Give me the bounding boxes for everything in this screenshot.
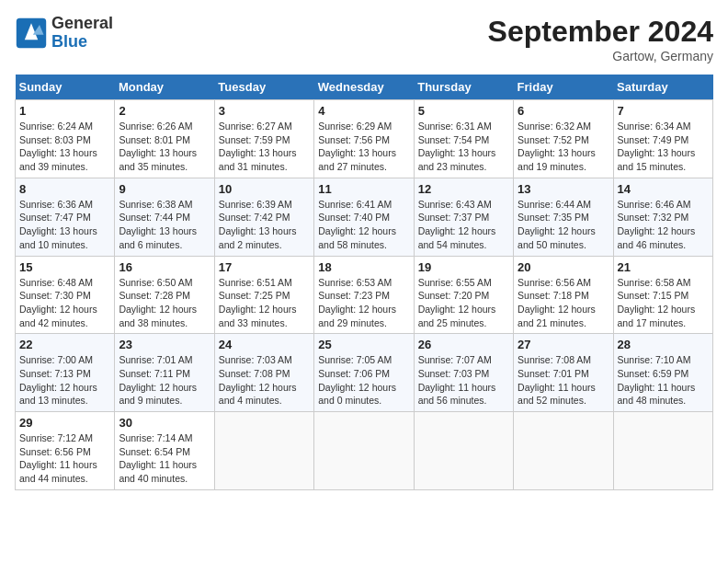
calendar-cell: 9 Sunrise: 6:38 AMSunset: 7:44 PMDayligh… — [115, 178, 214, 256]
day-info: Sunrise: 6:58 AMSunset: 7:15 PMDaylight:… — [618, 276, 709, 330]
calendar-cell: 29 Sunrise: 7:12 AMSunset: 6:56 PMDaylig… — [16, 412, 115, 490]
calendar-cell — [214, 412, 313, 490]
calendar-cell: 17 Sunrise: 6:51 AMSunset: 7:25 PMDaylig… — [214, 256, 313, 334]
calendar-cell: 10 Sunrise: 6:39 AMSunset: 7:42 PMDaylig… — [214, 178, 313, 256]
day-number: 26 — [418, 338, 509, 351]
calendar-cell: 2 Sunrise: 6:26 AMSunset: 8:01 PMDayligh… — [115, 100, 214, 178]
day-number: 1 — [19, 104, 110, 118]
day-number: 3 — [219, 104, 310, 118]
day-info: Sunrise: 6:43 AMSunset: 7:37 PMDaylight:… — [418, 198, 509, 252]
weekday-header-friday: Friday — [514, 75, 613, 100]
calendar-cell: 25 Sunrise: 7:05 AMSunset: 7:06 PMDaylig… — [314, 334, 414, 412]
day-info: Sunrise: 6:53 AMSunset: 7:23 PMDaylight:… — [318, 276, 409, 330]
day-number: 14 — [618, 182, 709, 196]
calendar-cell: 14 Sunrise: 6:46 AMSunset: 7:32 PMDaylig… — [613, 178, 712, 256]
calendar-cell: 19 Sunrise: 6:55 AMSunset: 7:20 PMDaylig… — [414, 256, 513, 334]
day-number: 7 — [618, 104, 709, 118]
day-info: Sunrise: 6:44 AMSunset: 7:35 PMDaylight:… — [518, 198, 609, 252]
calendar-cell: 21 Sunrise: 6:58 AMSunset: 7:15 PMDaylig… — [613, 256, 712, 334]
day-info: Sunrise: 7:08 AMSunset: 7:01 PMDaylight:… — [518, 353, 609, 408]
day-info: Sunrise: 7:12 AMSunset: 6:56 PMDaylight:… — [19, 431, 110, 486]
day-number: 11 — [318, 182, 409, 196]
calendar-cell: 4 Sunrise: 6:29 AMSunset: 7:56 PMDayligh… — [314, 100, 414, 178]
day-info: Sunrise: 6:46 AMSunset: 7:32 PMDaylight:… — [618, 198, 709, 252]
day-number: 27 — [518, 338, 609, 351]
calendar-cell — [613, 412, 712, 490]
day-number: 25 — [318, 338, 409, 351]
day-number: 13 — [518, 182, 609, 196]
calendar-cell: 18 Sunrise: 6:53 AMSunset: 7:23 PMDaylig… — [314, 256, 414, 334]
day-number: 28 — [618, 338, 709, 351]
day-info: Sunrise: 6:56 AMSunset: 7:18 PMDaylight:… — [518, 276, 609, 330]
title-area: September 2024 Gartow, Germany — [488, 15, 713, 63]
calendar-cell: 23 Sunrise: 7:01 AMSunset: 7:11 PMDaylig… — [115, 334, 214, 412]
calendar-cell: 8 Sunrise: 6:36 AMSunset: 7:47 PMDayligh… — [16, 178, 115, 256]
weekday-header-thursday: Thursday — [414, 75, 513, 100]
day-number: 21 — [618, 260, 709, 274]
logo: General Blue — [15, 15, 113, 52]
location: Gartow, Germany — [488, 49, 713, 63]
day-info: Sunrise: 6:31 AMSunset: 7:54 PMDaylight:… — [418, 120, 509, 174]
logo-icon — [15, 17, 48, 50]
day-info: Sunrise: 7:00 AMSunset: 7:13 PMDaylight:… — [19, 353, 110, 408]
day-info: Sunrise: 6:48 AMSunset: 7:30 PMDaylight:… — [19, 276, 110, 330]
calendar-cell: 12 Sunrise: 6:43 AMSunset: 7:37 PMDaylig… — [414, 178, 513, 256]
day-info: Sunrise: 7:01 AMSunset: 7:11 PMDaylight:… — [119, 353, 210, 408]
day-number: 30 — [119, 416, 210, 430]
day-info: Sunrise: 6:36 AMSunset: 7:47 PMDaylight:… — [19, 198, 110, 252]
day-number: 20 — [518, 260, 609, 274]
weekday-header-wednesday: Wednesday — [314, 75, 414, 100]
day-number: 22 — [19, 338, 110, 351]
calendar-cell: 13 Sunrise: 6:44 AMSunset: 7:35 PMDaylig… — [514, 178, 613, 256]
day-number: 4 — [318, 104, 409, 118]
calendar-cell: 28 Sunrise: 7:10 AMSunset: 6:59 PMDaylig… — [613, 334, 712, 412]
calendar-cell: 16 Sunrise: 6:50 AMSunset: 7:28 PMDaylig… — [115, 256, 214, 334]
day-number: 17 — [219, 260, 310, 274]
day-number: 19 — [418, 260, 509, 274]
day-number: 8 — [19, 182, 110, 196]
day-number: 29 — [19, 416, 110, 430]
day-number: 9 — [119, 182, 210, 196]
day-info: Sunrise: 7:10 AMSunset: 6:59 PMDaylight:… — [618, 353, 709, 408]
day-info: Sunrise: 6:24 AMSunset: 8:03 PMDaylight:… — [19, 120, 110, 174]
day-info: Sunrise: 6:41 AMSunset: 7:40 PMDaylight:… — [318, 198, 409, 252]
calendar-cell — [514, 412, 613, 490]
calendar-table: SundayMondayTuesdayWednesdayThursdayFrid… — [15, 75, 713, 490]
day-number: 16 — [119, 260, 210, 274]
weekday-header-saturday: Saturday — [613, 75, 712, 100]
day-info: Sunrise: 6:34 AMSunset: 7:49 PMDaylight:… — [618, 120, 709, 174]
day-number: 5 — [418, 104, 509, 118]
day-info: Sunrise: 6:51 AMSunset: 7:25 PMDaylight:… — [219, 276, 310, 330]
day-info: Sunrise: 7:14 AMSunset: 6:54 PMDaylight:… — [119, 431, 210, 486]
day-number: 18 — [318, 260, 409, 274]
calendar-cell: 7 Sunrise: 6:34 AMSunset: 7:49 PMDayligh… — [613, 100, 712, 178]
calendar-cell: 3 Sunrise: 6:27 AMSunset: 7:59 PMDayligh… — [214, 100, 313, 178]
day-info: Sunrise: 7:03 AMSunset: 7:08 PMDaylight:… — [219, 353, 310, 408]
day-number: 15 — [19, 260, 110, 274]
calendar-cell: 20 Sunrise: 6:56 AMSunset: 7:18 PMDaylig… — [514, 256, 613, 334]
calendar-cell: 26 Sunrise: 7:07 AMSunset: 7:03 PMDaylig… — [414, 334, 513, 412]
day-info: Sunrise: 6:26 AMSunset: 8:01 PMDaylight:… — [119, 120, 210, 174]
calendar-cell: 22 Sunrise: 7:00 AMSunset: 7:13 PMDaylig… — [16, 334, 115, 412]
day-number: 2 — [119, 104, 210, 118]
weekday-header-tuesday: Tuesday — [214, 75, 313, 100]
calendar-cell: 6 Sunrise: 6:32 AMSunset: 7:52 PMDayligh… — [514, 100, 613, 178]
page-header: General Blue September 2024 Gartow, Germ… — [15, 15, 713, 63]
day-info: Sunrise: 6:50 AMSunset: 7:28 PMDaylight:… — [119, 276, 210, 330]
day-info: Sunrise: 6:29 AMSunset: 7:56 PMDaylight:… — [318, 120, 409, 174]
day-info: Sunrise: 6:32 AMSunset: 7:52 PMDaylight:… — [518, 120, 609, 174]
day-info: Sunrise: 6:55 AMSunset: 7:20 PMDaylight:… — [418, 276, 509, 330]
day-number: 23 — [119, 338, 210, 351]
calendar-cell: 30 Sunrise: 7:14 AMSunset: 6:54 PMDaylig… — [115, 412, 214, 490]
day-info: Sunrise: 6:38 AMSunset: 7:44 PMDaylight:… — [119, 198, 210, 252]
day-info: Sunrise: 6:27 AMSunset: 7:59 PMDaylight:… — [219, 120, 310, 174]
day-number: 12 — [418, 182, 509, 196]
calendar-cell — [314, 412, 414, 490]
logo-line2: Blue — [51, 33, 113, 52]
day-number: 6 — [518, 104, 609, 118]
calendar-cell: 27 Sunrise: 7:08 AMSunset: 7:01 PMDaylig… — [514, 334, 613, 412]
calendar-cell: 5 Sunrise: 6:31 AMSunset: 7:54 PMDayligh… — [414, 100, 513, 178]
calendar-cell — [414, 412, 513, 490]
weekday-header-monday: Monday — [115, 75, 214, 100]
calendar-cell: 15 Sunrise: 6:48 AMSunset: 7:30 PMDaylig… — [16, 256, 115, 334]
